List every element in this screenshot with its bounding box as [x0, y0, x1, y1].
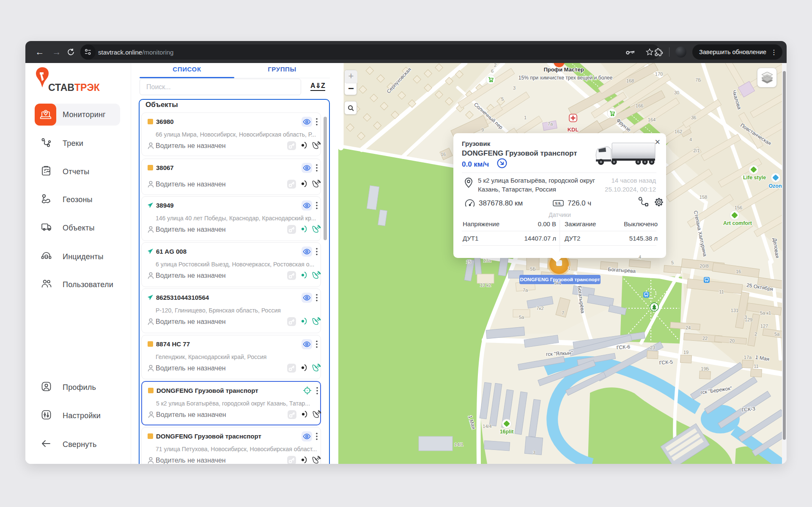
svg-text:KDL: KDL [568, 126, 579, 133]
svg-text:9: 9 [481, 127, 484, 132]
svg-text:19Б: 19Б [701, 366, 709, 371]
svg-text:3: 3 [744, 315, 747, 320]
svg-text:7а: 7а [523, 288, 528, 293]
svg-text:ГСК-3: ГСК-3 [741, 406, 756, 413]
svg-text:6: 6 [491, 69, 494, 74]
svg-text:14/4: 14/4 [483, 424, 491, 429]
svg-text:14/1: 14/1 [454, 442, 463, 447]
svg-text:ТРЭК: ТРЭК [74, 82, 100, 93]
svg-text:7а: 7а [548, 121, 553, 126]
svg-text:5к1: 5к1 [554, 280, 561, 285]
svg-text:16: 16 [441, 152, 446, 157]
svg-text:ГСК-5: ГСК-5 [659, 359, 673, 366]
svg-text:1 Мая: 1 Мая [755, 354, 770, 362]
svg-text:5а: 5а [519, 315, 524, 320]
svg-text:Профи Мастер: Профи Мастер [543, 66, 584, 73]
svg-text:5: 5 [671, 260, 674, 265]
svg-text:гск "Ялкын": гск "Ялкын" [546, 350, 573, 357]
svg-text:23: 23 [650, 345, 655, 350]
svg-text:2/1: 2/1 [693, 148, 700, 153]
svg-text:16: 16 [736, 269, 741, 274]
svg-text:ГСК-6: ГСК-6 [616, 344, 631, 351]
svg-text:22: 22 [702, 336, 708, 341]
svg-text:Деловая: Деловая [772, 238, 780, 258]
svg-text:156: 156 [735, 205, 742, 210]
svg-text:15: 15 [466, 259, 471, 264]
svg-text:131: 131 [731, 308, 738, 313]
svg-text:Богатырёва: Богатырёва [576, 285, 586, 314]
svg-text:2: 2 [494, 63, 497, 68]
svg-text:11: 11 [719, 289, 724, 294]
svg-text:СТАВ: СТАВ [48, 82, 74, 93]
svg-text:5: 5 [501, 96, 504, 101]
svg-text:17а: 17а [744, 355, 752, 360]
svg-text:Art comfort: Art comfort [723, 220, 752, 226]
svg-text:25 Октября: 25 Октября [746, 282, 774, 292]
svg-text:158: 158 [700, 195, 707, 200]
svg-text:20: 20 [730, 338, 735, 343]
svg-text:15% при химчистке трех вещей и: 15% при химчистке трех вещей и более [518, 75, 613, 81]
svg-text:5а: 5а [774, 332, 780, 337]
svg-text:Ozon: Ozon [768, 183, 782, 189]
svg-text:Повстанческая: Повстанческая [739, 122, 772, 146]
svg-text:5Б: 5Б [530, 266, 535, 271]
svg-text:30: 30 [674, 90, 679, 95]
svg-text:166: 166 [636, 103, 643, 108]
svg-text:Life style: Life style [743, 175, 766, 181]
svg-text:1: 1 [524, 115, 527, 120]
svg-text:3: 3 [533, 450, 535, 455]
svg-text:1: 1 [568, 266, 571, 271]
svg-text:Богатырёва: Богатырёва [608, 266, 636, 274]
svg-text:7к2: 7к2 [536, 306, 543, 311]
svg-text:11: 11 [754, 364, 758, 369]
svg-text:Серпуховская: Серпуховская [385, 66, 412, 95]
svg-text:127: 127 [760, 323, 768, 329]
svg-text:5а к1: 5а к1 [760, 310, 771, 315]
svg-text:24: 24 [686, 325, 691, 330]
svg-text:36: 36 [691, 115, 696, 120]
svg-text:Фрунзе: Фрунзе [615, 117, 632, 133]
svg-text:168: 168 [626, 78, 634, 83]
svg-text:Солнечный пер: Солнечный пер [473, 101, 504, 130]
svg-text:2: 2 [754, 332, 757, 337]
svg-text:7: 7 [562, 310, 564, 315]
svg-text:16plit: 16plit [500, 429, 514, 435]
svg-text:170: 170 [655, 71, 663, 77]
svg-text:13 к2: 13 к2 [480, 282, 491, 288]
svg-text:Степана Халтурина: Степана Халтурина [693, 210, 708, 257]
svg-text:164: 164 [648, 117, 656, 122]
svg-text:13а: 13а [483, 258, 491, 263]
svg-text:19: 19 [683, 350, 689, 355]
svg-text:7Б: 7Б [695, 77, 701, 82]
svg-text:гск "Бережок": гск "Бережок" [700, 385, 732, 395]
svg-text:Чкалова: Чкалова [731, 89, 742, 110]
svg-text:4: 4 [689, 137, 692, 142]
svg-text:162: 162 [675, 129, 682, 134]
svg-text:1 Мая: 1 Мая [467, 415, 477, 430]
svg-text:4: 4 [639, 255, 641, 260]
svg-text:20/8: 20/8 [700, 263, 708, 269]
svg-text:3: 3 [513, 85, 516, 90]
